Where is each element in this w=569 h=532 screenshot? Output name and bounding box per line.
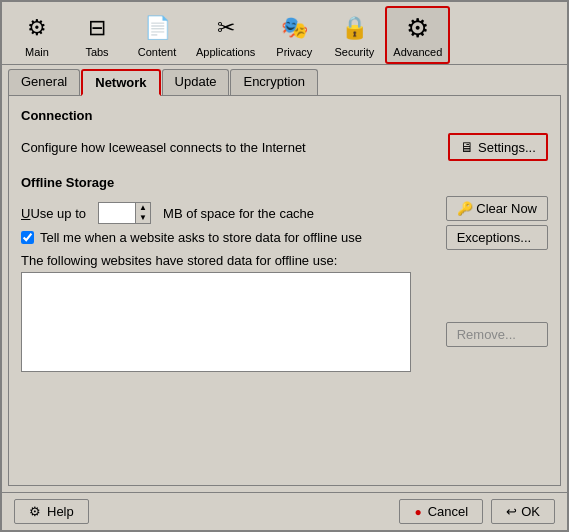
tab-network[interactable]: Network xyxy=(81,69,160,96)
main-icon: ⚙ xyxy=(21,12,53,44)
spin-up[interactable]: ▲ xyxy=(136,203,150,213)
help-button[interactable]: ⚙ Help xyxy=(14,499,89,524)
privacy-icon: 🎭 xyxy=(278,12,310,44)
clear-now-button[interactable]: 🔑 Clear Now xyxy=(446,196,548,221)
offline-inner: UUse up to 50 ▲ ▼ MB of space for the ca… xyxy=(21,196,548,372)
settings-label: Settings... xyxy=(478,140,536,155)
remove-button[interactable]: Remove... xyxy=(446,322,548,347)
tab-general[interactable]: General xyxy=(8,69,80,95)
cancel-button[interactable]: ● Cancel xyxy=(399,499,483,524)
ok-icon: ↩ xyxy=(506,504,517,519)
offline-section: Offline Storage UUse up to 50 ▲ ▼ xyxy=(21,175,548,372)
settings-icon: 🖥 xyxy=(460,139,474,155)
toolbar-main-label: Main xyxy=(25,46,49,58)
offline-right-buttons: 🔑 Clear Now Exceptions... Remove... xyxy=(446,196,548,372)
exceptions-button[interactable]: Exceptions... xyxy=(446,225,548,250)
spin-down[interactable]: ▼ xyxy=(136,213,150,223)
use-up-to-row: UUse up to 50 ▲ ▼ MB of space for the ca… xyxy=(21,202,438,224)
help-icon: ⚙ xyxy=(29,504,41,519)
ok-label: OK xyxy=(521,504,540,519)
toolbar-advanced[interactable]: ⚙ Advanced xyxy=(385,6,450,64)
tabs-icon: ⊟ xyxy=(81,12,113,44)
cache-size-field[interactable]: 50 xyxy=(99,203,135,223)
tab-update[interactable]: Update xyxy=(162,69,230,95)
bottom-right-buttons: ● Cancel ↩ OK xyxy=(399,499,555,524)
content-area: Connection Configure how Iceweasel conne… xyxy=(8,95,561,486)
following-label: The following websites have stored data … xyxy=(21,253,438,268)
connection-row: Configure how Iceweasel connects to the … xyxy=(21,133,548,161)
connection-title: Connection xyxy=(21,108,548,123)
toolbar-privacy[interactable]: 🎭 Privacy xyxy=(265,6,323,64)
toolbar-content[interactable]: 📄 Content xyxy=(128,6,186,64)
toolbar-security[interactable]: 🔒 Security xyxy=(325,6,383,64)
toolbar-advanced-label: Advanced xyxy=(393,46,442,58)
spin-arrows: ▲ ▼ xyxy=(135,203,150,223)
preferences-window: ⚙ Main ⊟ Tabs 📄 Content ✂ Applications 🎭… xyxy=(0,0,569,532)
clear-icon: 🔑 xyxy=(457,201,473,216)
toolbar-tabs-label: Tabs xyxy=(85,46,108,58)
toolbar-applications[interactable]: ✂ Applications xyxy=(188,6,263,64)
tab-bar: General Network Update Encryption xyxy=(2,65,567,95)
tell-me-label: Tell me when a website asks to store dat… xyxy=(40,230,362,245)
connection-section: Connection Configure how Iceweasel conne… xyxy=(21,108,548,161)
help-label: Help xyxy=(47,504,74,519)
cancel-icon: ● xyxy=(414,505,421,519)
tell-me-checkbox[interactable] xyxy=(21,231,34,244)
security-icon: 🔒 xyxy=(338,12,370,44)
ok-button[interactable]: ↩ OK xyxy=(491,499,555,524)
content-icon: 📄 xyxy=(141,12,173,44)
tell-me-row: Tell me when a website asks to store dat… xyxy=(21,230,438,245)
toolbar-main[interactable]: ⚙ Main xyxy=(8,6,66,64)
toolbar-content-label: Content xyxy=(138,46,177,58)
toolbar: ⚙ Main ⊟ Tabs 📄 Content ✂ Applications 🎭… xyxy=(2,2,567,65)
offline-left: UUse up to 50 ▲ ▼ MB of space for the ca… xyxy=(21,196,438,372)
offline-title: Offline Storage xyxy=(21,175,548,190)
cache-size-input[interactable]: 50 ▲ ▼ xyxy=(98,202,151,224)
toolbar-tabs[interactable]: ⊟ Tabs xyxy=(68,6,126,64)
website-list xyxy=(21,272,411,372)
toolbar-applications-label: Applications xyxy=(196,46,255,58)
tab-encryption[interactable]: Encryption xyxy=(230,69,317,95)
toolbar-privacy-label: Privacy xyxy=(276,46,312,58)
cancel-label: Cancel xyxy=(428,504,468,519)
bottom-bar: ⚙ Help ● Cancel ↩ OK xyxy=(2,492,567,530)
applications-icon: ✂ xyxy=(210,12,242,44)
use-up-to-label: UUse up to xyxy=(21,206,86,221)
advanced-icon: ⚙ xyxy=(402,12,434,44)
mb-label: MB of space for the cache xyxy=(163,206,314,221)
connection-description: Configure how Iceweasel connects to the … xyxy=(21,140,306,155)
settings-button[interactable]: 🖥 Settings... xyxy=(448,133,548,161)
toolbar-security-label: Security xyxy=(334,46,374,58)
